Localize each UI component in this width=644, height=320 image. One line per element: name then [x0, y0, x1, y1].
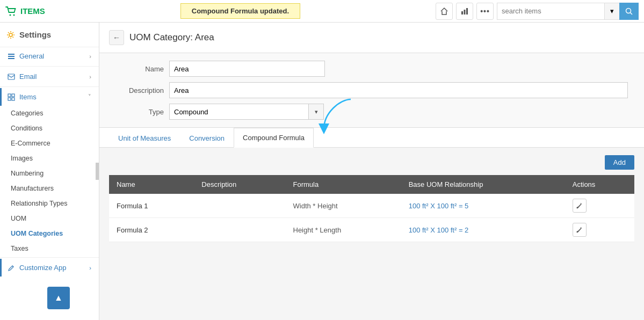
main-layout: Settings General › Email ›	[0, 23, 644, 320]
edit-row2-button[interactable]	[573, 223, 587, 237]
svg-rect-10	[8, 58, 15, 59]
chevron-right-icon: ›	[89, 265, 91, 271]
table-row: Formula 1 Width * Height 100 ft² X 100 f…	[109, 194, 634, 218]
scroll-top-button[interactable]: ▲	[47, 287, 70, 309]
top-nav-right: ••• ▾	[436, 3, 639, 20]
svg-point-1	[13, 14, 15, 16]
svg-rect-3	[464, 10, 466, 14]
chart-button[interactable]	[456, 3, 473, 20]
sidebar-submenu-relationship-types[interactable]: Relationship Types	[0, 196, 99, 211]
form-row-type: Type Compound Simple ▾	[110, 104, 633, 120]
search-dropdown-button[interactable]: ▾	[604, 3, 619, 20]
tab-content-compound-formula: Add Name Description Formula Base UOM Re…	[99, 148, 644, 250]
tab-conversion[interactable]: Conversion	[180, 128, 234, 148]
row1-name: Formula 1	[109, 194, 194, 218]
back-button[interactable]: ←	[109, 30, 124, 45]
edit-row1-button[interactable]	[573, 199, 587, 213]
form-row-name: Name	[110, 61, 633, 77]
more-button[interactable]: •••	[476, 3, 494, 20]
settings-gear-icon	[6, 31, 15, 39]
row2-actions	[565, 218, 634, 242]
sidebar-collapse-handle[interactable]: ‹	[96, 163, 99, 180]
svg-point-7	[9, 33, 12, 37]
chevron-right-icon: ›	[89, 53, 91, 60]
customize-icon	[8, 264, 15, 272]
type-select-wrap: Compound Simple ▾	[169, 104, 324, 120]
row2-name: Formula 2	[109, 218, 194, 242]
sidebar-item-customize-app[interactable]: Customize App ›	[0, 259, 99, 277]
col-base-uom: Base UOM Relationship	[401, 175, 565, 194]
page-title: UOM Category: Area	[129, 32, 214, 43]
sidebar-submenu-items: Categories Conditions E-Commerce Images …	[0, 106, 99, 256]
items-icon	[8, 93, 15, 101]
sidebar-item-email[interactable]: Email ›	[0, 68, 99, 85]
list-icon	[8, 53, 15, 60]
edit-icon	[576, 227, 583, 233]
chevron-down-icon: ▾	[610, 7, 614, 15]
type-select-arrow[interactable]: ▾	[309, 104, 324, 120]
tabs-container: Unit of Measures Conversion Compound For…	[99, 128, 644, 148]
svg-rect-15	[12, 98, 15, 100]
more-icon: •••	[480, 7, 490, 16]
row2-description	[194, 218, 285, 242]
data-table: Name Description Formula Base UOM Relati…	[109, 175, 634, 242]
table-row: Formula 2 Height * Length 100 ft² X 100 …	[109, 218, 634, 242]
row1-description	[194, 194, 285, 218]
tabs-bar: Unit of Measures Conversion Compound For…	[99, 128, 644, 148]
sidebar-submenu-categories[interactable]: Categories	[0, 106, 99, 121]
col-name: Name	[109, 175, 194, 194]
search-icon	[625, 8, 633, 15]
type-select[interactable]: Compound Simple	[169, 104, 309, 120]
top-nav-center: Compound Formula updated.	[49, 3, 431, 19]
search-button[interactable]	[619, 3, 639, 20]
svg-rect-8	[8, 54, 15, 55]
search-box: ▾	[497, 3, 639, 20]
sidebar-submenu-taxes[interactable]: Taxes	[0, 241, 99, 256]
sidebar-submenu-ecommerce[interactable]: E-Commerce	[0, 136, 99, 151]
sidebar-submenu-manufacturers[interactable]: Manufacturers	[0, 181, 99, 196]
description-label: Description	[110, 86, 164, 94]
sidebar-submenu-numbering[interactable]: Numbering	[0, 166, 99, 181]
chart-icon	[460, 7, 469, 16]
row1-actions	[565, 194, 634, 218]
sidebar-submenu-images[interactable]: Images	[0, 151, 99, 166]
home-icon	[440, 7, 448, 16]
sidebar-submenu-conditions[interactable]: Conditions	[0, 121, 99, 136]
form-row-description: Description	[110, 82, 633, 98]
home-button[interactable]	[436, 3, 453, 20]
shopping-cart-icon	[5, 6, 17, 16]
name-label: Name	[110, 65, 164, 73]
svg-rect-2	[461, 11, 463, 14]
table-body: Formula 1 Width * Height 100 ft² X 100 f…	[109, 194, 634, 242]
app-logo: ITEMS	[5, 6, 45, 16]
sidebar-settings-header: Settings	[0, 23, 99, 47]
notification-bar: Compound Formula updated.	[180, 3, 300, 19]
col-actions: Actions	[565, 175, 634, 194]
page-header: ← UOM Category: Area	[99, 23, 644, 53]
form-section: Name Description Type Compound Simple ▾	[99, 53, 644, 128]
svg-rect-4	[466, 8, 468, 14]
sidebar: Settings General › Email ›	[0, 23, 99, 320]
svg-line-6	[631, 12, 633, 14]
main-content: ← UOM Category: Area Name Description Ty…	[99, 23, 644, 320]
name-input[interactable]	[169, 61, 325, 77]
svg-rect-9	[8, 56, 15, 57]
svg-rect-14	[8, 98, 11, 100]
table-header: Name Description Formula Base UOM Relati…	[109, 175, 634, 194]
sidebar-submenu-uom-categories[interactable]: UOM Categories	[0, 226, 99, 241]
add-button[interactable]: Add	[605, 155, 634, 170]
description-input[interactable]	[169, 82, 628, 98]
search-input[interactable]	[497, 3, 604, 20]
tab-unit-of-measures[interactable]: Unit of Measures	[109, 128, 180, 148]
svg-point-0	[10, 14, 11, 16]
sidebar-item-items[interactable]: Items ˅	[0, 88, 99, 106]
tab-compound-formula[interactable]: Compound Formula	[234, 128, 314, 148]
svg-rect-11	[8, 74, 15, 79]
row1-base-uom: 100 ft² X 100 ft² = 5	[401, 194, 565, 218]
sidebar-submenu-uom[interactable]: UOM	[0, 211, 99, 226]
svg-rect-13	[12, 94, 15, 97]
edit-icon	[576, 202, 583, 209]
row2-base-uom: 100 ft² X 100 ft² = 2	[401, 218, 565, 242]
sidebar-item-general[interactable]: General ›	[0, 47, 99, 65]
svg-rect-12	[8, 94, 11, 97]
